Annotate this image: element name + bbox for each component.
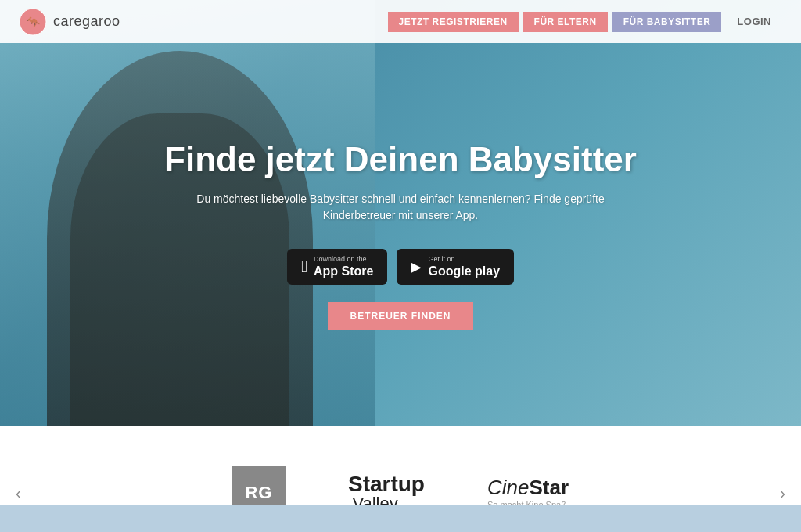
appstore-label-small: Download on the	[314, 255, 373, 264]
apple-icon: 	[301, 257, 307, 277]
appstore-button[interactable]:  Download on the App Store	[287, 249, 388, 285]
nav-buttons: JETZT REGISTRIEREN FÜR ELTERN FÜR BABYSI…	[388, 11, 782, 32]
hero-section: Finde jetzt Deinen Babysitter Du möchtes…	[0, 0, 801, 426]
hero-subtitle: Du möchtest liebevolle Babysitter schnel…	[181, 191, 620, 224]
bottom-peek	[0, 505, 801, 532]
find-caregiver-button[interactable]: BETREUER FINDEN	[328, 302, 472, 330]
login-button[interactable]: LOGIN	[726, 11, 782, 32]
googleplay-text: Get it on Google play	[428, 255, 500, 279]
svg-text:🦘: 🦘	[27, 16, 41, 29]
logo-text: caregaroo	[53, 13, 120, 30]
logo-area: 🦘 caregaroo	[19, 8, 120, 36]
cinestar-main: CineStar	[487, 477, 569, 498]
navbar: 🦘 caregaroo JETZT REGISTRIEREN FÜR ELTER…	[0, 0, 801, 43]
partners-next-button[interactable]: ›	[764, 484, 801, 502]
googleplay-label-small: Get it on	[428, 255, 500, 264]
app-buttons:  Download on the App Store ▶ Get it on …	[287, 249, 514, 285]
hero-content: Finde jetzt Deinen Babysitter Du möchtes…	[0, 0, 801, 426]
startup-text: Startup	[348, 472, 425, 496]
partners-prev-button[interactable]: ‹	[0, 484, 37, 502]
googleplay-label-large: Google play	[428, 264, 500, 279]
logo-icon: 🦘	[19, 8, 47, 36]
google-icon: ▶	[411, 258, 422, 275]
appstore-text: Download on the App Store	[314, 255, 373, 279]
googleplay-button[interactable]: ▶ Get it on Google play	[397, 249, 514, 285]
fur-eltern-button[interactable]: FÜR ELTERN	[523, 12, 608, 32]
appstore-label-large: App Store	[314, 264, 373, 279]
hero-title: Finde jetzt Deinen Babysitter	[164, 139, 637, 181]
fur-babysitter-button[interactable]: FÜR BABYSITTER	[612, 12, 722, 32]
register-button[interactable]: JETZT REGISTRIEREN	[388, 12, 519, 32]
